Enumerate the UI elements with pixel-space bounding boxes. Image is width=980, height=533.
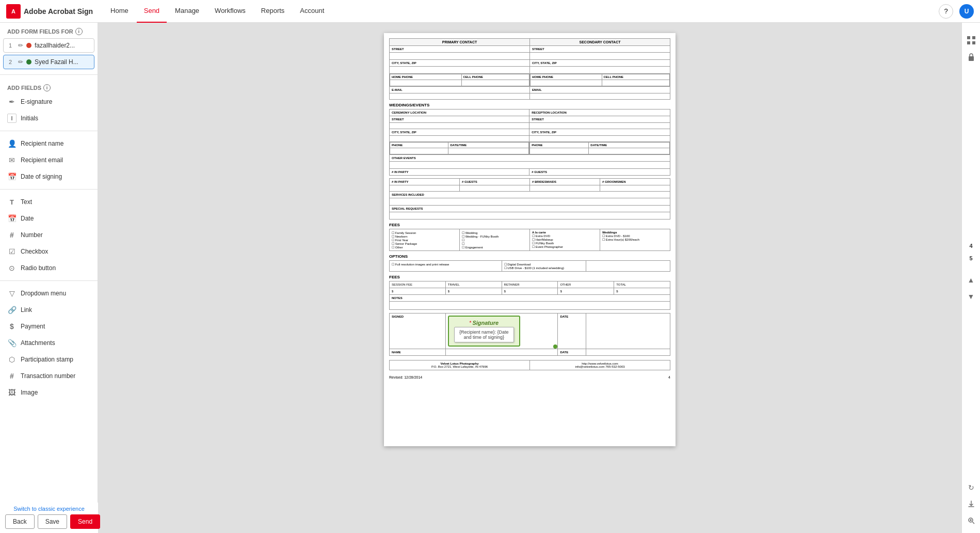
in-party-col: # IN PARTY [390,179,460,185]
services-value [390,198,670,206]
other-dollar: $ [558,288,614,295]
special-requests-value [390,212,670,220]
top-navigation: A Adobe Acrobat Sign Home Send Manage Wo… [0,0,980,23]
signature-field[interactable]: * Signature {Recipient name}: {Date and … [448,316,520,347]
payment-label: Payment [21,323,45,330]
app-title: Adobe Acrobat Sign [24,7,93,15]
fees2-table: SESSION FEE TRAVEL RETAINER OTHER TOTAL … [389,281,670,310]
zoom-icon[interactable] [964,513,978,528]
svg-line-6 [972,522,974,524]
field-attachments[interactable]: 📎 Attachments [0,335,98,351]
field-initials[interactable]: I Initials [0,110,98,127]
field-link[interactable]: 🔗 Link [0,302,98,318]
link-icon: 🔗 [7,305,17,315]
secondary-email-label: EMAIL [530,87,670,93]
reception-label: RECEPTION LOCATION [529,109,670,116]
number-label: Number [21,231,43,239]
field-recipient-email[interactable]: ✉ Recipient email [0,152,98,168]
send-button[interactable]: Send [70,514,100,529]
field-date-signing[interactable]: 📅 Date of signing [0,168,98,185]
signed-label: SIGNED [390,313,446,349]
guests-col: # GUESTS [460,179,530,185]
scroll-up-icon[interactable]: ▲ [964,273,978,287]
primary-street-value [390,53,530,60]
field-esignature[interactable]: ✒ E-signature [0,93,98,110]
field-checkbox[interactable]: ☑ Checkbox [0,243,98,260]
field-number[interactable]: # Number [0,227,98,243]
ceremony-street-value [390,123,529,129]
field-payment[interactable]: $ Payment [0,318,98,335]
initials-icon: I [7,114,17,123]
lock-icon[interactable] [964,50,978,64]
recipient-num-1: 1 [9,42,15,49]
recipient-email-field-label: Recipient email [21,156,63,164]
nav-manage[interactable]: Manage [168,0,206,23]
info-icon-2[interactable]: i [43,84,51,91]
ceremony-city-value [390,136,529,142]
info-icon[interactable]: i [75,28,83,35]
page-number: 4 [668,375,670,379]
nav-reports[interactable]: Reports [254,0,292,23]
recipient-name-1: fazallhaider2... [35,42,75,49]
image-label: Image [21,389,38,396]
back-button[interactable]: Back [5,514,35,529]
signature-cell: * Signature {Recipient name}: {Date and … [445,313,558,349]
download-icon[interactable] [964,497,978,511]
field-dropdown[interactable]: ▽ Dropdown menu [0,285,98,302]
recipient-dot-2 [26,59,31,65]
switch-classic-link[interactable]: Switch to classic experience [6,504,92,514]
field-image[interactable]: 🖼 Image [0,384,98,401]
primary-email-value [390,93,530,100]
stamp-icon: ⬡ [7,355,17,364]
grid-icon[interactable] [964,33,978,48]
reception-street-label: STREET [529,116,670,123]
page-num-4[interactable]: 4 [969,243,972,249]
scroll-down-icon[interactable]: ▼ [964,289,978,304]
field-participation-stamp[interactable]: ⬡ Participation stamp [0,351,98,368]
user-avatar[interactable]: U [959,4,974,19]
help-icon[interactable]: ? [939,4,953,19]
party-table: # IN PARTY # GUESTS # BRIDESMAIDS # GROO… [389,178,670,220]
option-1: ☐ Full resolution images and print relea… [390,261,502,272]
secondary-contact-header: SECONDARY CONTACT [530,39,670,46]
divider-1 [0,74,98,75]
radio-label: Radio button [21,264,56,272]
date-signing-icon: 📅 [7,172,17,181]
field-date[interactable]: 📅 Date [0,210,98,227]
transaction-icon: # [7,371,17,381]
total-label: TOTAL [614,281,670,288]
refresh-icon[interactable]: ↻ [964,480,978,495]
contact-table: PRIMARY CONTACT SECONDARY CONTACT STREET… [389,38,670,100]
date-label-2: DATE [558,349,586,356]
retainer-dollar: $ [502,288,558,295]
nav-account[interactable]: Account [293,0,331,23]
recipient-1[interactable]: 1 ✏ fazallhaider2... [3,38,94,53]
main-layout: ADD FORM FIELDS FOR i 1 ✏ fazallhaider2.… [0,23,980,533]
field-recipient-name[interactable]: 👤 Recipient name [0,135,98,152]
divider-4 [0,280,98,281]
nav-right: ? U [939,4,974,19]
notes-value [390,302,670,310]
field-radio[interactable]: ⊙ Radio button [0,260,98,276]
edit-icon-1: ✏ [18,42,23,49]
nav-home[interactable]: Home [103,0,136,23]
svg-rect-4 [969,56,974,61]
page-num-5[interactable]: 5 [969,255,972,261]
svg-rect-1 [972,36,975,39]
stamp-label: Participation stamp [21,356,73,363]
recipient-2[interactable]: 2 ✏ Syed Fazail H... [3,55,94,69]
primary-email-label: E-MAIL [390,87,530,93]
required-marker: * [469,320,471,326]
save-button[interactable]: Save [38,514,67,529]
edit-icon-2: ✏ [18,58,23,66]
reception-phone-row: PHONE DATE/TIME [529,142,670,155]
ceremony-city-label: CITY, STATE, ZIP [390,129,529,136]
field-text[interactable]: T Text [0,194,98,210]
field-transaction-number[interactable]: # Transaction number [0,368,98,384]
nav-workflows[interactable]: Workflows [207,0,253,23]
dropdown-icon: ▽ [7,289,17,298]
document-page: PRIMARY CONTACT SECONDARY CONTACT STREET… [384,33,676,446]
text-label: Text [21,198,32,206]
nav-send[interactable]: Send [137,0,167,23]
sig-handle[interactable] [553,344,557,349]
